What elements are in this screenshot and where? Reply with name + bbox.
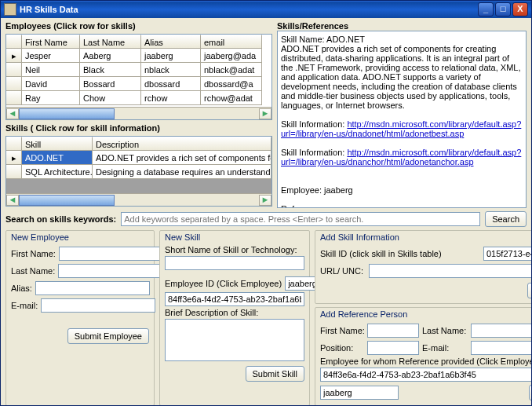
skill-url-field[interactable] (369, 264, 531, 278)
ref-position[interactable] (367, 341, 419, 355)
skills-hscroll[interactable]: ◄ ► (6, 193, 271, 206)
scroll-thumb[interactable] (19, 195, 115, 206)
search-button[interactable]: Search (485, 211, 527, 227)
employees-grid[interactable]: First Name Last Name Alias email ▸ Jespe… (5, 34, 272, 120)
ref-email[interactable] (471, 341, 531, 355)
submit-info-button[interactable]: Submit Info (527, 283, 531, 298)
new-emp-email[interactable] (41, 298, 155, 313)
add-reference-group: Add Reference Person First Name: Last Na… (315, 307, 531, 405)
app-window: HR Skills Data _ □ X Employees (Click ro… (0, 0, 532, 406)
new-skill-group: New Skill Short Name of Skill or Technol… (159, 230, 310, 405)
ref-first-name[interactable] (367, 324, 419, 338)
skill-id-field[interactable] (483, 247, 531, 261)
window-title: HR Skills Data (20, 5, 78, 14)
maximize-button[interactable]: □ (495, 2, 511, 16)
skill-info-label: Skill Information: (281, 119, 344, 129)
close-button[interactable]: X (512, 2, 528, 16)
table-row[interactable]: Ray Chow rchow rchow@adat (6, 91, 271, 105)
search-label: Search on skills keywords: (5, 214, 116, 224)
new-emp-alias[interactable] (35, 281, 150, 295)
scroll-right-icon[interactable]: ► (259, 195, 271, 206)
col-first-name[interactable]: First Name (22, 35, 80, 49)
new-emp-first-name[interactable] (59, 247, 173, 261)
employees-hscroll[interactable]: ◄ ► (6, 107, 271, 119)
skill-brief-desc[interactable] (165, 319, 304, 361)
skill-desc: ADO.NET provides a rich set of component… (281, 44, 523, 110)
submit-ref-button[interactable]: Submit Ref (529, 385, 531, 401)
add-skill-info-legend: Add Skill Information (320, 232, 531, 242)
col-email[interactable]: email (201, 35, 262, 49)
ref-emp-alias[interactable] (320, 386, 399, 400)
skill-info-label-2: Skill Information: (281, 148, 344, 157)
search-input[interactable] (121, 212, 480, 226)
submit-employee-button[interactable]: Submit Employee (67, 328, 149, 344)
scroll-thumb[interactable] (19, 108, 115, 119)
minimize-button[interactable]: _ (478, 2, 494, 16)
scroll-right-icon[interactable]: ► (259, 108, 271, 119)
col-skill[interactable]: Skill (22, 137, 93, 151)
titlebar: HR Skills Data _ □ X (1, 1, 531, 18)
col-description[interactable]: Description (93, 137, 271, 151)
table-row[interactable]: ▸ ADO.NET ADO.NET provides a rich set of… (6, 151, 271, 165)
skills-grid[interactable]: Skill Description ▸ ADO.NET ADO.NET prov… (5, 136, 272, 207)
references-label: References: (281, 204, 523, 208)
new-employee-group: New Employee First Name: Last Name: Alia… (5, 230, 155, 405)
skill-name-line: Skill Name: ADO.NET (281, 35, 523, 44)
employee-line: Employee: jaaberg (281, 185, 523, 195)
ref-last-name[interactable] (471, 324, 531, 338)
col-alias[interactable]: Alias (141, 35, 201, 49)
refs-heading: Skills/References (277, 21, 527, 31)
table-row[interactable]: SQL Architecture... Designing a database… (6, 165, 271, 179)
employees-heading: Employees (Click row for skills) (5, 21, 272, 31)
col-last-name[interactable]: Last Name (80, 35, 141, 49)
submit-skill-button[interactable]: Submit Skill (246, 366, 304, 382)
ref-emp-guid[interactable] (320, 368, 531, 382)
scroll-left-icon[interactable]: ◄ (6, 195, 19, 206)
new-emp-last-name[interactable] (58, 264, 173, 278)
skills-heading: Skills ( Click row for skill information… (5, 123, 272, 133)
table-row[interactable]: Neil Black nblack nblack@adat (6, 63, 271, 77)
new-employee-legend: New Employee (11, 232, 149, 242)
skill-emp-guid[interactable] (165, 292, 304, 306)
new-skill-legend: New Skill (165, 232, 304, 242)
app-icon (4, 3, 16, 16)
table-row[interactable]: David Bossard dbossard dbossard@a (6, 77, 271, 91)
add-reference-legend: Add Reference Person (320, 309, 531, 319)
refs-panel: Skill Name: ADO.NET ADO.NET provides a r… (277, 31, 527, 208)
skill-short-name[interactable] (165, 256, 304, 270)
add-skill-info-group: Add Skill Information Skill ID (click sk… (315, 230, 531, 304)
table-row[interactable]: ▸ Jesper Aaberg jaaberg jaaberg@ada (6, 49, 271, 63)
scroll-left-icon[interactable]: ◄ (6, 108, 19, 119)
